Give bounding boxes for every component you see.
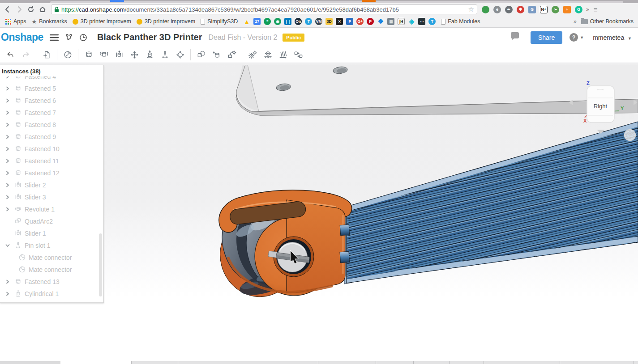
bookmarks-overflow-icon[interactable]: » — [574, 18, 577, 25]
lastpass-extension-icon[interactable]: ✱ — [517, 6, 524, 13]
spiral-favicon[interactable]: ◉ — [274, 18, 281, 25]
comment-bubble-icon[interactable] — [510, 32, 520, 43]
threed-hubs-favicon[interactable]: 3D — [325, 18, 333, 25]
home-button[interactable] — [37, 4, 48, 14]
onshape-favicon[interactable]: On — [295, 18, 302, 25]
dots-favicon[interactable]: ⋯ — [418, 18, 425, 25]
insert-button[interactable] — [41, 49, 52, 61]
instance-row-slider-1[interactable]: Slider 1 — [0, 227, 103, 239]
screw-relation-button[interactable] — [277, 49, 289, 61]
group-button[interactable] — [195, 49, 207, 61]
workspace-version[interactable]: Dead Fish - Version 2 — [208, 34, 277, 42]
vm-favicon[interactable]: VM — [315, 18, 322, 25]
chevron-right-icon[interactable] — [4, 158, 11, 164]
apps-shortcut[interactable]: Apps — [5, 18, 26, 25]
chevron-right-icon[interactable] — [4, 170, 11, 176]
user-menu[interactable]: mmemetea ▼ — [593, 34, 632, 41]
bookmark-fab-modules[interactable]: Fab Modules — [441, 18, 480, 25]
pushpin-extension-icon[interactable]: ➢ — [552, 6, 559, 13]
chevron-right-icon[interactable] — [4, 182, 11, 188]
reload-button[interactable] — [25, 4, 37, 14]
extensions-overflow-icon[interactable]: » — [586, 6, 589, 13]
mate-cylindrical-button[interactable] — [144, 49, 155, 61]
browser-tab-strip[interactable] — [0, 0, 638, 3]
versions-branch-icon[interactable] — [65, 34, 73, 42]
element-tab[interactable] — [0, 361, 60, 364]
help-menu[interactable]: ? ▼ — [569, 33, 584, 42]
ink-extension-icon[interactable]: ✒ — [505, 6, 513, 13]
instance-row-quadarc2[interactable]: QuadArc2 — [0, 215, 103, 227]
bookmarks-shortcut[interactable]: ★ Bookmarks — [32, 18, 67, 25]
mate-planar-button[interactable] — [128, 49, 140, 61]
rollback-button[interactable] — [62, 49, 73, 61]
chevron-right-icon[interactable] — [4, 194, 11, 200]
chevron-right-icon[interactable] — [4, 110, 11, 116]
p-square-favicon[interactable]: P — [346, 18, 353, 25]
chevron-right-icon[interactable] — [4, 291, 11, 297]
chevron-down-icon[interactable] — [4, 242, 11, 249]
instance-row-mate-connector[interactable]: Mate connector — [0, 251, 103, 263]
build-plate[interactable] — [236, 65, 638, 115]
gray-app-favicon[interactable]: ▦ — [387, 18, 394, 25]
h-favicon[interactable]: |H — [398, 18, 405, 25]
bookmark-star-icon[interactable]: ☆ — [468, 5, 474, 13]
gplus-favicon[interactable]: G+ — [356, 18, 364, 25]
instance-row-fastened-5[interactable]: Fastened 5 — [0, 82, 103, 94]
onshape-logo[interactable]: Onshape — [1, 31, 43, 43]
forward-button[interactable] — [13, 4, 25, 14]
chevron-right-icon[interactable] — [4, 146, 11, 152]
redo-button[interactable] — [20, 49, 31, 61]
rack-pinion-relation-button[interactable] — [262, 49, 274, 61]
teal-diamond-favicon[interactable]: ◈ — [408, 18, 415, 25]
instance-row-slider-3[interactable]: Slider 3 — [0, 191, 103, 203]
calendar-favicon[interactable]: 27 — [253, 18, 261, 25]
main-menu-icon[interactable] — [50, 34, 59, 41]
chevron-right-icon[interactable] — [4, 97, 11, 104]
mate-fastened-button[interactable] — [83, 49, 94, 61]
chevron-right-icon[interactable] — [4, 122, 11, 128]
dark-cross-favicon[interactable]: ✕ — [336, 18, 343, 25]
pinterest-favicon[interactable]: P — [367, 18, 374, 25]
instance-row-pin-slot-1[interactable]: Pin slot 1 — [0, 239, 103, 251]
instance-row-fastened-11[interactable]: Fastened 11 — [0, 155, 103, 167]
hangouts-favicon[interactable]: ❝ — [264, 18, 271, 25]
bookmark-item[interactable]: 3D printer improvem — [137, 18, 195, 25]
instance-row-revolute-1[interactable]: Revolute 1 — [0, 203, 103, 215]
chevron-right-icon[interactable] — [4, 85, 11, 92]
instance-row-fastened-7[interactable]: Fastened 7 — [0, 106, 103, 119]
isometric-view-button[interactable] — [625, 130, 636, 141]
dropbox-favicon[interactable]: ❖ — [377, 18, 384, 25]
instance-row-fastened-8[interactable]: Fastened 8 — [0, 119, 103, 131]
https-lock-icon[interactable] — [54, 7, 59, 13]
element-tabs-bar[interactable] — [0, 361, 638, 364]
mate-pin-slot-button[interactable] — [159, 49, 171, 61]
notion-extension-icon[interactable]: N+ — [540, 6, 548, 13]
mate-revolute-button[interactable] — [98, 49, 110, 61]
grammarly-extension-icon[interactable]: G — [575, 6, 582, 13]
share-button[interactable]: Share — [531, 31, 562, 44]
bookmark-item[interactable]: 3D printer improvem — [73, 18, 131, 25]
replicate-button[interactable] — [226, 49, 237, 61]
element-tab-strip[interactable] — [131, 361, 638, 364]
graphics-area[interactable]: Z Y X Right Ins — [0, 63, 638, 364]
drive-favicon[interactable]: ▲ — [243, 18, 250, 25]
circle-t2-favicon[interactable]: T — [428, 18, 436, 25]
trello-favicon[interactable]: ❘❘ — [284, 18, 291, 25]
bookmark-item[interactable]: SimplifyS3D — [201, 18, 238, 25]
rss-extension-icon[interactable]: ◗ — [563, 6, 571, 13]
back-button[interactable] — [2, 4, 13, 14]
chevron-right-icon[interactable] — [4, 279, 11, 285]
pushbullet-extension-icon[interactable] — [482, 6, 489, 13]
instance-row-fastened-6[interactable]: Fastened 6 — [0, 94, 103, 106]
url-bar[interactable]: https://cad.onshape.com/documents/33a1a8… — [51, 4, 477, 14]
mate-slider-button[interactable] — [113, 49, 125, 61]
instance-row-mate-connector[interactable]: Mate connector — [0, 263, 103, 275]
translate-extension-icon[interactable]: G — [528, 6, 536, 13]
other-bookmarks[interactable]: Other Bookmarks — [581, 18, 634, 25]
chevron-right-icon[interactable] — [4, 134, 11, 140]
instance-row-fastened-12[interactable]: Fastened 12 — [0, 167, 103, 179]
mate-ball-button[interactable] — [174, 49, 186, 61]
gear-relation-button[interactable] — [247, 49, 258, 61]
instance-row-fastened-10[interactable]: Fastened 10 — [0, 143, 103, 155]
mate-connector-button[interactable] — [210, 49, 222, 61]
